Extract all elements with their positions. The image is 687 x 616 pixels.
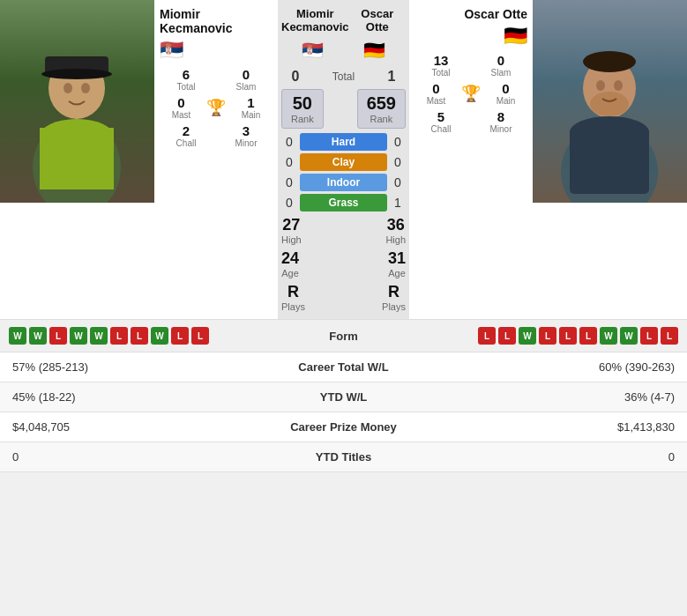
left-high-val: 27 — [281, 216, 302, 234]
left-main-label: Main — [229, 110, 273, 120]
form-badge-l: L — [640, 327, 658, 345]
left-rank-box: 50 Rank — [281, 89, 324, 129]
form-badge-w: W — [600, 327, 617, 345]
form-badge-l: L — [49, 327, 67, 345]
right-main-val: 0 — [484, 81, 527, 96]
form-badge-l: L — [661, 327, 678, 345]
right-ytd-wl: 36% (4-7) — [446, 382, 687, 412]
indoor-left: 0 — [281, 175, 297, 189]
right-prize: $1,413,830 — [446, 412, 687, 442]
svg-point-14 — [590, 92, 629, 116]
total-label: Total — [306, 71, 381, 83]
right-plays-val: R — [382, 283, 406, 301]
right-ytd-titles: 0 — [446, 442, 687, 472]
left-high-cell: 27 High — [281, 216, 302, 245]
left-prize: $4,048,705 — [0, 412, 241, 442]
clay-right: 0 — [390, 155, 406, 169]
right-slam-label: Slam — [474, 68, 527, 78]
left-form-badges: WWLWWLLWLL — [9, 327, 209, 345]
center-stats-panel: Miomir Kecmanovic Oscar Otte 🇷🇸 🇩🇪 0 Tot… — [278, 0, 409, 319]
form-badge-w: W — [29, 327, 47, 345]
left-main-cell: 1 Main — [229, 95, 273, 120]
high-row: 27 High 36 High — [281, 216, 406, 245]
grass-row: 0 Grass 1 — [281, 194, 406, 212]
right-high-label: High — [385, 234, 406, 245]
right-total-cell: 13 Total — [414, 53, 467, 78]
prize-label: Career Prize Money — [241, 412, 447, 442]
right-mast-label: Mast — [414, 96, 458, 106]
form-badge-l: L — [191, 327, 209, 345]
left-ytd-wl: 45% (18-22) — [0, 382, 241, 412]
hard-row: 0 Hard 0 — [281, 133, 406, 151]
right-player-flag: 🇩🇪 — [504, 25, 527, 48]
right-mast-val: 0 — [414, 81, 458, 96]
hard-badge: Hard — [300, 133, 387, 151]
left-total-val: 6 — [160, 67, 213, 82]
grass-right: 1 — [390, 196, 406, 210]
left-career-wl: 57% (285-213) — [0, 353, 241, 382]
form-label: Form — [320, 330, 367, 343]
hard-left: 0 — [281, 135, 297, 149]
clay-row: 0 Clay 0 — [281, 153, 406, 171]
left-minor-label: Minor — [220, 138, 273, 148]
left-plays-label: Plays — [281, 301, 305, 312]
ytd-titles-row: 0 YTD Titles 0 — [0, 442, 687, 472]
career-wl-row: 57% (285-213) Career Total W/L 60% (390-… — [0, 353, 687, 382]
right-rank-box: 659 Rank — [357, 89, 406, 129]
hard-right: 0 — [390, 135, 406, 149]
form-section: WWLWWLLWLL Form LLWLLLWWLL — [0, 319, 687, 353]
right-total-val: 13 — [414, 53, 467, 68]
form-badge-l: L — [110, 327, 128, 345]
total-left-score: 0 — [285, 69, 306, 85]
right-main-cell: 0 Main — [484, 81, 527, 106]
left-total-cell: 6 Total — [160, 67, 213, 92]
form-badge-l: L — [131, 327, 148, 345]
right-mast-cell: 0 Mast — [414, 81, 458, 106]
right-minor-cell: 8 Minor — [474, 109, 527, 134]
trophy-icon-right: 🏆 — [461, 84, 481, 103]
right-total-label: Total — [414, 68, 467, 78]
form-badge-w: W — [620, 327, 638, 345]
form-badge-l: L — [579, 327, 597, 345]
trophy-icon-left: 🏆 — [206, 98, 226, 117]
clay-badge: Clay — [300, 153, 387, 171]
right-age-val: 31 — [388, 249, 406, 268]
right-rank-value: 659 — [367, 93, 396, 114]
ytd-titles-label: YTD Titles — [241, 442, 447, 472]
form-badge-l: L — [498, 327, 516, 345]
right-high-val: 36 — [385, 216, 406, 234]
left-age-val: 24 — [281, 249, 299, 268]
left-chall-cell: 2 Chall — [160, 123, 213, 148]
form-badge-w: W — [151, 327, 168, 345]
form-badge-w: W — [519, 327, 536, 345]
left-mast-cell: 0 Mast — [160, 95, 203, 120]
right-slam-val: 0 — [474, 53, 527, 68]
form-badge-l: L — [559, 327, 577, 345]
right-player-info: Oscar Otte 🇩🇪 13 Total 0 Slam 0 Mast 🏆 — [409, 0, 533, 319]
left-minor-val: 3 — [220, 123, 273, 138]
right-chall-label: Chall — [414, 124, 467, 134]
center-left-name: Miomir Kecmanovic — [281, 7, 349, 33]
left-minor-cell: 3 Minor — [220, 123, 273, 148]
left-high-label: High — [281, 234, 302, 245]
total-right-score: 1 — [381, 69, 402, 85]
right-plays-cell: R Plays — [382, 283, 406, 312]
right-player-photo — [533, 0, 687, 203]
svg-point-15 — [596, 80, 605, 91]
left-age-cell: 24 Age — [281, 249, 299, 278]
total-row: 0 Total 1 — [281, 69, 406, 85]
center-right-name: Oscar Otte — [349, 7, 406, 33]
right-slam-cell: 0 Slam — [474, 53, 527, 78]
left-slam-val: 0 — [220, 67, 273, 82]
form-badge-l: L — [171, 327, 189, 345]
right-age-label: Age — [388, 268, 406, 278]
center-left-flag: 🇷🇸 — [302, 40, 324, 61]
form-badge-l: L — [478, 327, 496, 345]
left-player-photo — [0, 0, 154, 203]
clay-left: 0 — [281, 155, 297, 169]
main-wrapper: Miomir Kecmanovic 🇷🇸 6 Total 0 Slam 0 Ma… — [0, 0, 687, 472]
left-player-name: Miomir Kecmanovic — [160, 7, 273, 35]
grass-badge: Grass — [300, 194, 387, 212]
left-chall-val: 2 — [160, 123, 213, 138]
svg-point-18 — [570, 116, 649, 148]
